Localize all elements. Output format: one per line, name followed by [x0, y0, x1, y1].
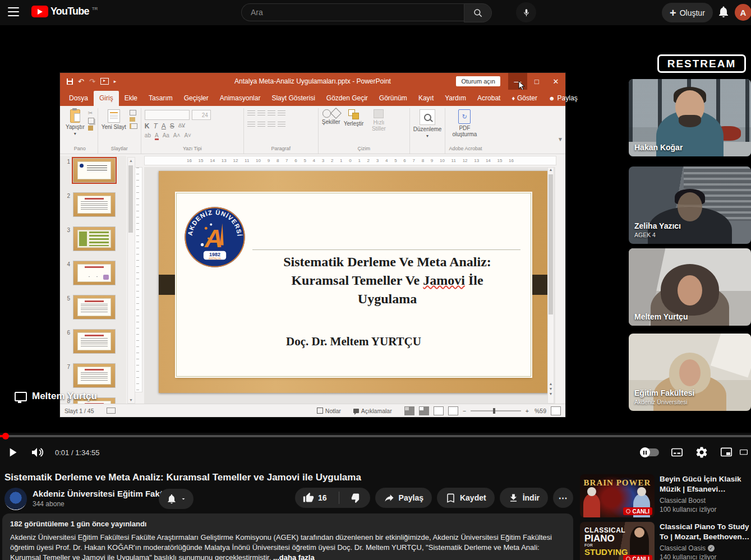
- slide-thumbnail-1: 1: [63, 158, 126, 183]
- suggested-videos: BRAIN POWERCANLIBeyin Gücü İçin Klasik M…: [580, 474, 751, 560]
- suggested-channel: Classical Oasis✓: [660, 544, 751, 552]
- miniplayer-icon: [719, 445, 734, 460]
- miniplayer-button[interactable]: [714, 440, 739, 465]
- cut-icon: ✂: [88, 110, 94, 116]
- dislike-button[interactable]: [343, 492, 370, 503]
- tab-label: Yardım: [445, 94, 466, 102]
- youtube-region-label: TR: [92, 6, 98, 11]
- person-icon: ☻: [549, 95, 555, 101]
- bookmark-icon: [445, 493, 456, 503]
- participant-subtitle: AGEK 4: [634, 230, 681, 239]
- comments-icon: [353, 409, 359, 413]
- thumbnail-text: BRAIN POWER: [580, 478, 655, 488]
- slide-number: 7: [63, 363, 70, 370]
- subtitles-icon: [670, 445, 684, 460]
- ribbon-group-clipboard: Yapıştır▾ ✂ Pano: [62, 108, 98, 154]
- save-button[interactable]: Kaydet: [437, 488, 495, 508]
- live-icon: [626, 557, 630, 560]
- video-player-surface[interactable]: ↶ ↷ ▸ Antalya Meta-Analiz Uygulamaları.p…: [0, 25, 751, 433]
- restream-logo: RESTREAM: [657, 54, 746, 73]
- group-label-slides: Slaytlar: [102, 145, 137, 154]
- ribbon-group-drawing: Şekiller Yerleştir Hızlı Stiller Çizim: [319, 108, 410, 154]
- case-icon: Aa: [163, 132, 169, 140]
- subtitles-button[interactable]: [665, 440, 689, 465]
- search-input[interactable]: [241, 3, 464, 21]
- slide-content-area: AKDENİZ ÜNİVERSİTESİ A 1982 ANTALYA: [176, 193, 531, 377]
- tab-label: Giriş: [99, 94, 113, 102]
- mic-button[interactable]: [516, 2, 536, 22]
- slide-number: 1: [63, 158, 70, 165]
- participant-name: Meltem Yurtçu: [634, 312, 688, 321]
- scroll-down-icon: ▼: [129, 398, 133, 402]
- slide-number: 6: [63, 329, 70, 336]
- participant-name: Eğitim FakültesiAkdeniz Üniversitesi: [634, 388, 694, 406]
- theater-mode-button[interactable]: [739, 440, 749, 465]
- search-button[interactable]: [464, 3, 492, 22]
- slide-thumbnail-preview: [73, 192, 116, 217]
- suggested-video-1[interactable]: CLASSICALPIANOFORSTUDYINGCANLIClassical …: [580, 522, 751, 560]
- paste-button: Yapıştır▾: [66, 108, 85, 136]
- create-pdf-button: ↻ PDF oluşturma: [449, 108, 480, 137]
- youtube-header: YouTube TR + Oluştur: [0, 0, 751, 25]
- volume-button[interactable]: [25, 440, 49, 465]
- notifications-bell-icon[interactable]: [717, 5, 730, 18]
- normal-view-icon: [404, 406, 414, 415]
- share-button[interactable]: Paylaş: [375, 488, 432, 508]
- like-dislike-pill: 16: [295, 488, 370, 508]
- chevron-down-icon: [180, 496, 187, 502]
- account-avatar[interactable]: A: [735, 4, 751, 21]
- youtube-watch-page: YouTube TR + Oluştur: [0, 0, 751, 560]
- youtube-logo[interactable]: YouTube TR: [31, 6, 98, 17]
- download-icon: [508, 493, 519, 503]
- download-button[interactable]: İndir: [500, 488, 548, 508]
- section-icon: [130, 123, 137, 129]
- suggested-title: Classical Piano To Study To | Mozart, Be…: [660, 522, 751, 542]
- like-button[interactable]: 16: [295, 492, 335, 503]
- tab-label: Görünüm: [379, 94, 407, 102]
- thumbnail-scrollbar: ▲ ▼: [127, 157, 135, 404]
- tab-label: Slayt Gösterisi: [271, 94, 315, 102]
- ppt-signin-button: Oturum açın: [456, 76, 500, 86]
- italic-button: T: [154, 122, 158, 130]
- thumbnail-text: PIANO: [584, 533, 615, 544]
- ppt-thumbnail-panel: 12345678: [60, 156, 126, 404]
- time-display: 0:01 / 1:34:55: [55, 448, 100, 457]
- create-button[interactable]: + Oluştur: [662, 3, 713, 22]
- slide-number: 2: [63, 192, 70, 199]
- video-description[interactable]: 182 görüntüleme 1 gün önce yayınlandı Ak…: [2, 513, 573, 560]
- participant-name: Hakan Koğar: [634, 143, 683, 152]
- autoplay-toggle[interactable]: [640, 448, 659, 456]
- suggested-video-0[interactable]: BRAIN POWERCANLIBeyin Gücü İçin Klasik M…: [580, 474, 751, 517]
- youtube-play-icon: [31, 6, 48, 17]
- ppt-titlebar: ↶ ↷ ▸ Antalya Meta-Analiz Uygulamaları.p…: [60, 73, 565, 90]
- screen-share-icon: [15, 392, 27, 401]
- show-more-link[interactable]: ...daha fazla: [273, 553, 315, 560]
- share-icon: [384, 492, 395, 503]
- keyboard-icon: [107, 408, 116, 414]
- pdf-icon: ↻: [458, 109, 471, 124]
- new-slide-button: Yeni Slayt: [102, 108, 126, 130]
- video-progress-bar[interactable]: [0, 435, 751, 437]
- slide-number: 5: [63, 295, 70, 302]
- zoom-out-icon: −: [463, 408, 466, 414]
- mic-icon: [522, 8, 531, 17]
- channel-avatar[interactable]: [4, 488, 27, 510]
- thumbs-up-icon: [303, 492, 314, 503]
- format-painter-icon: [88, 126, 93, 131]
- spellcheck-underlined-word: Jamovi: [423, 273, 465, 288]
- hamburger-menu-icon[interactable]: [8, 7, 19, 16]
- font-name-box: [145, 110, 190, 120]
- more-icon: ⋯: [559, 493, 568, 503]
- more-actions-button[interactable]: ⋯: [553, 488, 573, 508]
- slide-title-rule: [252, 249, 520, 250]
- live-badge: CANLI: [623, 507, 652, 515]
- slide-thumbnail-4: 4: [63, 261, 126, 285]
- settings-button[interactable]: [689, 440, 714, 465]
- maximize-button: □: [527, 73, 546, 90]
- subscribed-bell-button[interactable]: [159, 489, 193, 509]
- play-button[interactable]: [0, 440, 25, 465]
- webcam-feed-1: Zeliha YazıcıAGEK 4: [629, 166, 751, 244]
- shapes-icon: [322, 109, 340, 118]
- suggested-viewers: 140 kullanıcı izliyor: [660, 553, 751, 560]
- ppt-tab-kayıt: Kayıt: [413, 91, 439, 106]
